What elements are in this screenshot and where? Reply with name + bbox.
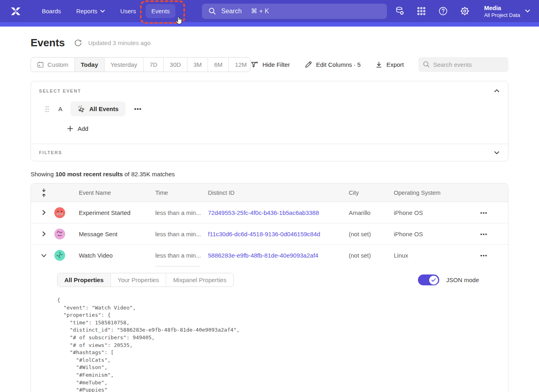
filter-icon [251, 61, 258, 68]
hide-filter-button[interactable]: Hide Filter [251, 61, 290, 68]
data-management-icon[interactable] [395, 6, 405, 16]
date-range-3m[interactable]: 3M [187, 58, 208, 72]
filters-label: FILTERS [39, 150, 62, 155]
download-icon [375, 61, 383, 68]
event-selector-button[interactable]: All Events [70, 101, 125, 116]
expand-row-icon[interactable] [41, 231, 47, 237]
cell-event-name: Experiment Started [79, 209, 155, 216]
row-menu-button[interactable]: ••• [480, 210, 508, 216]
date-range-12m[interactable]: 12M [229, 58, 251, 72]
chevron-down-icon [525, 9, 530, 13]
mixpanel-logo-icon[interactable] [9, 4, 23, 18]
avatar-face-icon [54, 229, 65, 239]
tab-all-properties[interactable]: All Properties [58, 273, 111, 287]
export-button[interactable]: Export [375, 61, 404, 68]
cell-distinct-id-link[interactable]: 72d49553-25fc-4f0c-b436-1b5ac6ab3388 [208, 209, 349, 216]
pointer-cursor-icon [175, 16, 183, 25]
date-range-6m[interactable]: 6M [208, 58, 229, 72]
date-range-yesterday[interactable]: Yesterday [105, 58, 144, 72]
row-menu-button[interactable]: ••• [480, 252, 508, 258]
calendar-icon [37, 61, 44, 68]
avatar-face-icon [54, 207, 65, 218]
global-search[interactable]: Search ⌘ + K [202, 4, 387, 19]
search-icon [423, 61, 430, 68]
search-label: Search [221, 8, 242, 15]
help-icon[interactable] [438, 6, 448, 16]
event-avatar [54, 207, 65, 218]
cell-os: iPhone OS [394, 231, 480, 237]
date-range-picker: Custom Today Yesterday 7D 30D 3M 6M 12M [31, 57, 251, 72]
plus-icon [67, 126, 73, 132]
event-avatar [54, 229, 65, 239]
nav-item-events[interactable]: Events [146, 4, 175, 18]
select-event-section: SELECT EVENT A [31, 81, 508, 144]
table-row[interactable]: Message Sent less than a min... f11c30d6… [31, 223, 508, 245]
drag-handle-icon[interactable] [45, 105, 49, 113]
cell-os: iPhone OS [394, 209, 480, 216]
row-menu-button[interactable]: ••• [480, 231, 508, 237]
row-detail-panel: All Properties Your Properties Mixpanel … [31, 266, 508, 392]
date-range-7d[interactable]: 7D [144, 58, 164, 72]
tab-mixpanel-properties[interactable]: Mixpanel Properties [166, 273, 233, 287]
pencil-icon [304, 61, 312, 68]
cell-city: Amarillo [349, 209, 394, 216]
header-city[interactable]: City [349, 190, 394, 196]
date-range-30d[interactable]: 30D [164, 58, 187, 72]
page-content: Events Updated 3 minutes ago Custom Toda… [0, 37, 539, 392]
search-events-input[interactable] [418, 57, 508, 72]
settings-gear-icon[interactable] [460, 6, 470, 16]
collapse-all-icon[interactable] [41, 188, 47, 197]
cell-distinct-id-link[interactable]: 5886283e-e9fb-48fb-81de-40e9093a2af4 [208, 252, 349, 259]
add-event-button[interactable]: Add [67, 125, 88, 132]
header-os[interactable]: Operating System [394, 190, 480, 196]
cell-event-name: Message Sent [79, 231, 155, 237]
expand-section-icon[interactable] [494, 149, 500, 156]
cell-time: less than a min... [155, 209, 208, 216]
table-row[interactable]: Watch Video less than a min... 5886283e-… [31, 245, 508, 266]
nav-item-reports[interactable]: Reports [71, 4, 111, 18]
cell-event-name: Watch Video [79, 252, 155, 259]
edit-columns-button[interactable]: Edit Columns · 5 [304, 61, 361, 68]
search-events-field [418, 57, 508, 72]
header-time[interactable]: Time [155, 190, 208, 196]
tab-your-properties[interactable]: Your Properties [111, 273, 167, 287]
collapse-row-icon[interactable] [41, 253, 47, 258]
date-range-today[interactable]: Today [75, 58, 105, 72]
select-event-label: SELECT EVENT [39, 89, 81, 93]
all-events-icon [77, 105, 86, 113]
cell-time: less than a min... [155, 231, 208, 237]
results-summary: Showing 100 most recent results of 82.35… [31, 171, 508, 177]
json-mode-toggle[interactable] [418, 274, 439, 285]
search-icon [208, 7, 216, 15]
check-icon [431, 278, 436, 282]
time-column-divider [155, 266, 200, 266]
cell-distinct-id-link[interactable]: f11c30d6-dc6d-4518-9136-0d046159c84d [208, 231, 349, 237]
header-event-name[interactable]: Event Name [79, 190, 155, 196]
nav-item-users[interactable]: Users [115, 4, 142, 18]
collapse-section-icon[interactable] [494, 88, 500, 94]
filters-section: FILTERS [31, 144, 508, 161]
project-name: Media [484, 4, 520, 12]
table-row[interactable]: Experiment Started less than a min... 72… [31, 202, 508, 223]
cell-city: (not set) [349, 252, 394, 259]
date-range-custom[interactable]: Custom [31, 58, 75, 72]
cell-os: Linux [394, 252, 480, 259]
apps-grid-icon[interactable] [416, 6, 426, 16]
nav-item-boards[interactable]: Boards [36, 4, 67, 18]
page-title: Events [31, 37, 65, 49]
avatar-face-icon [54, 250, 65, 261]
expand-row-icon[interactable] [41, 210, 47, 215]
header-distinct-id[interactable]: Distinct ID [208, 190, 349, 196]
search-shortcut: ⌘ + K [251, 7, 269, 15]
properties-tab-group: All Properties Your Properties Mixpanel … [57, 273, 234, 287]
updated-timestamp: Updated 3 minutes ago [88, 39, 150, 46]
refresh-icon[interactable] [74, 39, 82, 47]
cell-city: (not set) [349, 231, 394, 237]
project-switcher[interactable]: Media All Project Data [484, 4, 530, 19]
event-row-letter: A [58, 105, 62, 112]
event-row-menu[interactable]: ••• [134, 105, 142, 112]
event-json-viewer[interactable]: { "event": "Watch Video", "properties": … [57, 297, 500, 392]
chevron-down-icon [100, 10, 105, 13]
event-avatar [54, 250, 65, 261]
top-navbar: Boards Reports Users Events Search ⌘ + K [0, 0, 539, 27]
